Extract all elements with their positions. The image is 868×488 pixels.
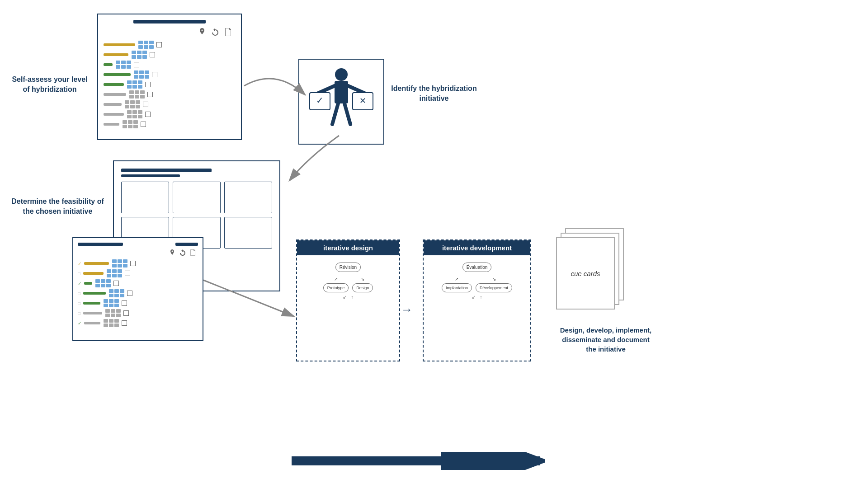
assessment-tool-box bbox=[97, 14, 242, 140]
svg-text:✕: ✕ bbox=[359, 96, 366, 105]
revision-node: Révision bbox=[335, 263, 361, 272]
refresh-icon bbox=[211, 28, 219, 36]
cue-cards-label: cue cards bbox=[571, 270, 600, 277]
bottom-progress-arrow bbox=[292, 452, 545, 470]
doc-icon bbox=[225, 28, 231, 36]
iterative-dev-header: iterative development bbox=[424, 240, 530, 255]
iterative-dev-box: iterative development Évaluation ↗ Impla… bbox=[423, 239, 531, 361]
arrow-figure-to-page bbox=[280, 131, 362, 190]
developpement-node: Développement bbox=[476, 283, 512, 292]
svg-line-5 bbox=[344, 103, 350, 124]
prototype-node: Prototype bbox=[323, 283, 349, 292]
cue-card-front: cue cards bbox=[556, 237, 615, 310]
svg-rect-14 bbox=[292, 456, 531, 465]
svg-point-0 bbox=[335, 68, 348, 81]
implantation-node: Implantation bbox=[442, 283, 472, 292]
svg-line-4 bbox=[332, 103, 338, 124]
iterative-design-box: iterative design Révision ↗ Prototype ↘ … bbox=[296, 239, 400, 361]
self-assess-label: Self-assess your level of hybridization bbox=[5, 75, 95, 95]
pin-icon bbox=[198, 28, 206, 37]
iterative-design-header: iterative design bbox=[297, 240, 399, 255]
arrow-page-to-iter bbox=[194, 271, 307, 330]
design-node: Design bbox=[352, 283, 373, 292]
refresh-icon-2 bbox=[179, 249, 186, 256]
iter-dev-cycle: Évaluation ↗ Implantation ↘ Développemen… bbox=[424, 255, 530, 307]
diagram-container: Self-assess your level of hybridization … bbox=[0, 0, 868, 488]
identify-label: Identify the hybridization initiative bbox=[380, 84, 488, 104]
svg-rect-1 bbox=[335, 81, 348, 103]
doc-icon-2 bbox=[190, 249, 195, 256]
arrow-assess-to-figure bbox=[240, 59, 312, 113]
evaluation-node: Évaluation bbox=[462, 263, 492, 272]
design-develop-label: Design, develop, implement, disseminate … bbox=[542, 325, 669, 354]
pin-icon-2 bbox=[170, 249, 175, 257]
iter-design-cycle: Révision ↗ Prototype ↘ Design ↙ ↑ bbox=[297, 255, 399, 307]
iter-arrow: → bbox=[401, 303, 413, 317]
svg-text:✓: ✓ bbox=[316, 95, 324, 105]
assessment-tool-box-2: ✓ □ ✓ □ □ bbox=[72, 237, 203, 341]
figure-person-svg: ✓ ✕ bbox=[307, 66, 375, 138]
feasibility-label: Determine the feasibility of the chosen … bbox=[5, 197, 111, 217]
